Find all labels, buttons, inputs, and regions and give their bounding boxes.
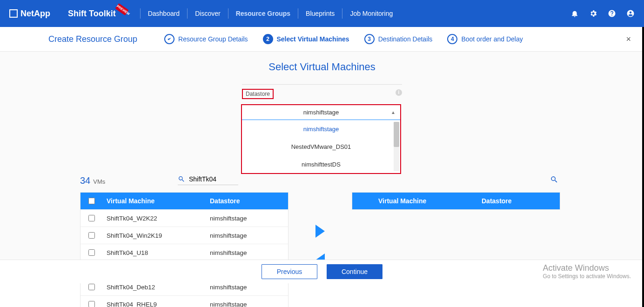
datastore-name: nimshiftstage xyxy=(210,232,288,239)
toolkit-title: Shift Toolkit PREVIEW xyxy=(68,9,116,19)
table-row[interactable]: ShiftTk04_U18nimshiftstage xyxy=(80,244,288,261)
row-checkbox[interactable] xyxy=(80,301,103,307)
step-label: Destination Details xyxy=(378,35,433,43)
dropdown-selected-text: nimshiftstage xyxy=(303,109,339,116)
search-icon[interactable] xyxy=(550,175,558,186)
vm-name: ShiftTk04_Deb12 xyxy=(103,284,210,291)
netapp-logo-icon xyxy=(9,9,18,18)
chevron-up-icon: ▲ xyxy=(391,110,396,115)
dropdown-option[interactable]: nimshifttestDS xyxy=(242,155,400,173)
row-checkbox[interactable] xyxy=(80,284,103,290)
select-all-checkbox[interactable] xyxy=(352,198,375,204)
top-bar: NetApp Shift Toolkit PREVIEW Dashboard D… xyxy=(0,0,644,27)
row-checkbox[interactable] xyxy=(80,249,103,256)
datastore-name: nimshiftstage xyxy=(210,301,288,307)
page-body: Select Virtual Machines Datastore i nims… xyxy=(0,52,644,283)
dropdown-selected[interactable]: nimshiftstage ▲ xyxy=(242,105,400,120)
column-ds: Datastore xyxy=(482,197,560,205)
vm-count-value: 34 xyxy=(80,175,90,186)
table-row[interactable]: ShiftTk04_W2K22nimshiftstage xyxy=(80,209,288,227)
step-select-virtual-machines[interactable]: 2 Select Virtual Machines xyxy=(263,34,349,44)
step-number: 2 xyxy=(263,34,273,44)
topbar-icons xyxy=(570,9,635,18)
nav-separator xyxy=(187,8,188,19)
watermark-subtitle: Go to Settings to activate Windows. xyxy=(543,273,631,280)
datastore-name: nimshiftstage xyxy=(210,284,288,291)
user-icon[interactable] xyxy=(626,9,635,18)
step-label: Resource Group Details xyxy=(178,35,248,43)
table-row[interactable]: ShiftTk04_RHEL9nimshiftstage xyxy=(80,295,288,307)
gear-icon[interactable] xyxy=(589,9,597,18)
datastore-dropdown[interactable]: nimshiftstage ▲ nimshiftstage NestedVMwa… xyxy=(241,104,401,174)
nav-resource-groups[interactable]: Resource Groups xyxy=(236,10,290,17)
scrollbar-thumb[interactable] xyxy=(394,122,399,147)
datastore-name: nimshiftstage xyxy=(210,215,288,222)
page-title: Select Virtual Machines xyxy=(0,61,644,73)
search-input[interactable] xyxy=(189,175,235,183)
vm-name: ShiftTk04_W2K22 xyxy=(103,215,210,222)
step-number: 3 xyxy=(364,34,375,44)
close-icon[interactable]: × xyxy=(626,34,631,44)
step-boot-order-delay[interactable]: 4 Boot order and Delay xyxy=(447,34,523,44)
vm-name: ShiftTk04_U18 xyxy=(103,249,210,256)
previous-button[interactable]: Previous xyxy=(262,264,317,279)
toolkit-label: Shift Toolkit xyxy=(68,9,116,18)
nav-blueprints[interactable]: Blueprints xyxy=(306,10,335,17)
search-icon xyxy=(178,175,185,183)
step-resource-group-details[interactable]: Resource Group Details xyxy=(164,34,248,44)
column-vm: Virtual Machine xyxy=(103,197,210,205)
wizard-title: Create Resource Group xyxy=(48,34,137,44)
dropdown-option[interactable]: nimshiftstage xyxy=(242,120,400,138)
nav-separator xyxy=(342,8,342,19)
nav-job-monitoring[interactable]: Job Monitoring xyxy=(350,10,393,17)
table-row[interactable]: ShiftTk04_Win2K19nimshiftstage xyxy=(80,227,288,244)
brand-text: NetApp xyxy=(20,9,50,19)
available-vms-table: Virtual Machine Datastore ShiftTk04_W2K2… xyxy=(80,192,288,307)
datastore-name: nimshiftstage xyxy=(210,249,288,256)
table-header: Virtual Machine Datastore xyxy=(80,193,288,209)
nav-dashboard[interactable]: Dashboard xyxy=(148,10,180,17)
wizard-step-bar: Create Resource Group Resource Group Det… xyxy=(0,27,644,52)
wizard-footer: Previous Continue Activate Windows Go to… xyxy=(0,260,644,283)
row-checkbox[interactable] xyxy=(80,215,103,221)
brand: NetApp xyxy=(9,9,50,19)
watermark-title: Activate Windows xyxy=(543,263,631,273)
vm-name: ShiftTk04_Win2K19 xyxy=(103,232,210,239)
selected-vms-table: Virtual Machine Datastore xyxy=(352,192,560,210)
transfer-tables: Virtual Machine Datastore ShiftTk04_W2K2… xyxy=(80,192,560,307)
filter-bar: Datastore i xyxy=(242,84,402,100)
step-number: 4 xyxy=(447,34,457,44)
search-box[interactable] xyxy=(178,175,238,185)
vm-count: 34 VMs xyxy=(80,175,105,186)
dropdown-scrollbar[interactable] xyxy=(394,122,399,171)
datastore-label: Datastore xyxy=(242,89,274,99)
column-ds: Datastore xyxy=(210,197,288,205)
check-icon xyxy=(164,34,174,44)
dropdown-option[interactable]: NestedVMware_DS01 xyxy=(242,138,400,155)
vm-name: ShiftTk04_RHEL9 xyxy=(103,301,210,307)
vm-count-unit: VMs xyxy=(93,178,105,185)
continue-button[interactable]: Continue xyxy=(327,264,382,279)
top-nav: Dashboard Discover Resource Groups Bluep… xyxy=(133,8,393,19)
step-label: Boot order and Delay xyxy=(461,35,523,43)
table-header: Virtual Machine Datastore xyxy=(352,193,560,209)
row-checkbox[interactable] xyxy=(80,232,103,239)
preview-ribbon: PREVIEW xyxy=(115,3,128,15)
move-right-button[interactable] xyxy=(315,225,325,238)
select-all-checkbox[interactable] xyxy=(80,198,103,204)
help-icon[interactable] xyxy=(608,9,616,18)
nav-separator xyxy=(228,8,228,19)
wizard-steps: Resource Group Details 2 Select Virtual … xyxy=(164,34,523,44)
dropdown-list: nimshiftstage NestedVMware_DS01 nimshift… xyxy=(242,120,400,173)
step-destination-details[interactable]: 3 Destination Details xyxy=(364,34,433,44)
step-label: Select Virtual Machines xyxy=(277,35,349,43)
nav-separator xyxy=(298,8,298,19)
info-icon[interactable]: i xyxy=(396,89,402,96)
window-scrollbar[interactable] xyxy=(642,27,644,307)
column-vm: Virtual Machine xyxy=(375,197,482,205)
windows-activation-watermark: Activate Windows Go to Settings to activ… xyxy=(543,263,631,280)
nav-discover[interactable]: Discover xyxy=(195,10,220,17)
nav-separator xyxy=(140,8,141,19)
bell-icon[interactable] xyxy=(570,9,579,18)
